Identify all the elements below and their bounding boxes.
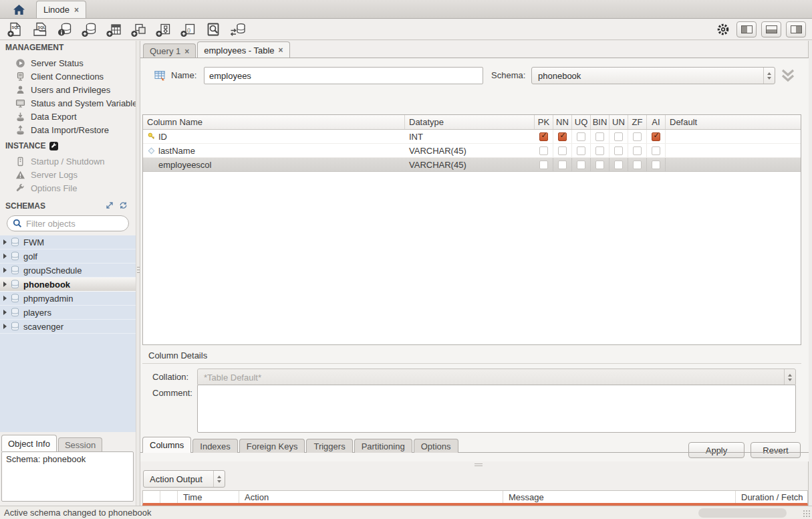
home-tab[interactable] xyxy=(4,1,33,18)
zf-checkbox[interactable] xyxy=(633,161,642,169)
ai-checkbox[interactable] xyxy=(652,161,660,169)
expander-icon[interactable] xyxy=(3,282,7,287)
datatype-cell[interactable]: VARCHAR(45) xyxy=(405,146,535,156)
uq-checkbox[interactable] xyxy=(577,161,585,169)
toggle-bottom-panel-button[interactable] xyxy=(761,21,781,37)
un-checkbox[interactable] xyxy=(614,132,623,141)
collation-select[interactable]: *Table Default* xyxy=(197,369,796,386)
output-splitter-grip[interactable] xyxy=(475,463,483,466)
expander-icon[interactable] xyxy=(3,310,7,315)
create-procedure-icon[interactable] xyxy=(154,21,172,38)
header-nn[interactable]: NN xyxy=(553,115,572,129)
header-zf[interactable]: ZF xyxy=(628,115,647,129)
spinner-icon[interactable] xyxy=(213,471,225,487)
header-column-name[interactable]: Column Name xyxy=(143,115,405,129)
expander-icon[interactable] xyxy=(3,324,7,329)
preferences-gear-icon[interactable] xyxy=(714,21,732,38)
un-checkbox[interactable] xyxy=(614,161,623,169)
sidebar-item-data-export[interactable]: Data Export xyxy=(0,110,136,123)
ai-checkbox[interactable] xyxy=(652,132,660,141)
header-un[interactable]: UN xyxy=(610,115,628,129)
table-name-input[interactable] xyxy=(204,67,483,84)
expand-schemas-icon[interactable] xyxy=(106,201,114,209)
apply-button[interactable]: Apply xyxy=(688,442,745,458)
datatype-cell[interactable]: VARCHAR(45) xyxy=(405,160,535,170)
horizontal-scrollbar-thumb[interactable] xyxy=(698,508,787,518)
output-col-time[interactable]: Time xyxy=(178,491,239,503)
column-name-cell[interactable]: lastName xyxy=(158,146,195,156)
ai-checkbox[interactable] xyxy=(652,146,660,155)
expander-icon[interactable] xyxy=(3,268,7,273)
spinner-icon[interactable] xyxy=(763,68,775,84)
zf-checkbox[interactable] xyxy=(633,146,642,155)
header-ai[interactable]: AI xyxy=(647,115,666,129)
zf-checkbox[interactable] xyxy=(633,132,642,141)
column-name-cell[interactable]: employeescol xyxy=(158,160,212,170)
open-sql-script-icon[interactable]: SQL xyxy=(31,21,49,38)
uq-checkbox[interactable] xyxy=(577,146,585,155)
sidebar-item-server-status[interactable]: Server Status xyxy=(0,56,136,70)
new-sql-tab-icon[interactable]: SQL xyxy=(6,21,24,38)
pk-checkbox[interactable] xyxy=(539,132,548,141)
tab-options[interactable]: Options xyxy=(414,439,458,453)
pk-checkbox[interactable] xyxy=(539,161,548,169)
datatype-cell[interactable]: INT xyxy=(405,132,535,142)
output-col-message[interactable]: Message xyxy=(503,491,736,503)
header-uq[interactable]: UQ xyxy=(572,115,591,129)
action-output-select[interactable]: Action Output xyxy=(143,470,225,488)
close-icon[interactable]: × xyxy=(184,47,189,56)
revert-button[interactable]: Revert xyxy=(751,442,801,458)
resize-grip[interactable] xyxy=(803,510,811,518)
expander-icon[interactable] xyxy=(3,253,7,259)
sidebar-splitter[interactable] xyxy=(136,41,140,506)
tab-partitioning[interactable]: Partitioning xyxy=(354,439,412,453)
collapse-header-chevron-icon[interactable] xyxy=(780,68,796,83)
connection-tab-linode[interactable]: Linode × xyxy=(36,1,86,18)
tab-foreign-keys[interactable]: Foreign Keys xyxy=(239,439,305,453)
pk-checkbox[interactable] xyxy=(539,146,548,155)
sidebar-item-startup-shutdown[interactable]: Startup / Shutdown xyxy=(0,154,136,168)
sidebar-item-options-file[interactable]: Options File xyxy=(0,181,136,195)
close-icon[interactable]: × xyxy=(279,45,283,55)
toggle-right-panel-button[interactable] xyxy=(786,21,806,37)
bin-checkbox[interactable] xyxy=(595,146,604,155)
filter-objects-input[interactable] xyxy=(26,219,113,229)
schema-select[interactable]: phonebook xyxy=(531,67,775,84)
inspect-database-icon[interactable] xyxy=(55,21,74,38)
schema-row-groupschedule[interactable]: groupSchedule xyxy=(0,264,136,278)
schema-row-phonebook[interactable]: phonebook xyxy=(0,278,136,292)
refresh-schemas-icon[interactable] xyxy=(119,201,128,209)
create-table-icon[interactable] xyxy=(105,21,123,38)
nn-checkbox[interactable] xyxy=(558,132,567,141)
tab-object-info[interactable]: Object Info xyxy=(1,435,57,451)
tab-indexes[interactable]: Indexes xyxy=(192,439,238,453)
output-col-duration[interactable]: Duration / Fetch xyxy=(736,491,807,503)
sidebar-item-client-connections[interactable]: Client Connections xyxy=(0,70,136,83)
schema-row-fwm[interactable]: FWM xyxy=(0,235,136,249)
output-col-blank-2[interactable] xyxy=(160,491,178,503)
sidebar-item-data-import[interactable]: Data Import/Restore xyxy=(0,123,136,136)
tab-triggers[interactable]: Triggers xyxy=(306,439,352,453)
toggle-left-panel-button[interactable] xyxy=(736,21,757,37)
expander-icon[interactable] xyxy=(3,296,7,301)
uq-checkbox[interactable] xyxy=(577,132,585,141)
expander-icon[interactable] xyxy=(3,239,7,245)
header-datatype[interactable]: Datatype xyxy=(405,115,535,129)
schema-row-scavenger[interactable]: scavenger xyxy=(0,320,136,334)
sidebar-item-users-privileges[interactable]: Users and Privileges xyxy=(0,83,136,96)
column-row-employeescol[interactable]: employeescol VARCHAR(45) xyxy=(143,158,801,172)
output-col-blank-1[interactable] xyxy=(143,491,160,503)
tab-session[interactable]: Session xyxy=(58,437,102,451)
comment-textarea[interactable] xyxy=(197,385,796,433)
tab-columns[interactable]: Columns xyxy=(142,437,191,453)
nn-checkbox[interactable] xyxy=(558,146,567,155)
schema-row-golf[interactable]: golf xyxy=(0,249,136,264)
schema-row-phpmyadmin[interactable]: phpmyadmin xyxy=(0,292,136,306)
column-row-lastname[interactable]: lastName VARCHAR(45) xyxy=(143,144,801,158)
schema-row-players[interactable]: players xyxy=(0,306,136,320)
bin-checkbox[interactable] xyxy=(595,161,604,169)
nn-checkbox[interactable] xyxy=(558,161,567,169)
header-bin[interactable]: BIN xyxy=(591,115,610,129)
tab-employees-table[interactable]: employees - Table × xyxy=(197,41,289,58)
column-name-cell[interactable]: ID xyxy=(158,132,167,142)
